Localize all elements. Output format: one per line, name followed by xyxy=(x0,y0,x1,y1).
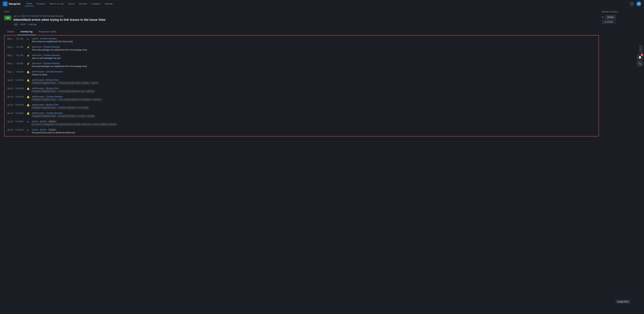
log-actors: system Christian Beaulieu xyxy=(32,38,596,40)
tab-responder-states[interactable]: Responder states xyxy=(36,28,60,35)
alert-title: Intermittent errors when trying to link … xyxy=(14,18,599,22)
actor-type: alertAction xyxy=(32,62,42,64)
nav-who-is-on-call[interactable]: Who is on-call xyxy=(48,2,66,6)
help-button[interactable]: ? xyxy=(630,2,634,6)
log-date: May 1 xyxy=(7,54,14,57)
actor-name[interactable]: Christian Beaulieu xyxy=(40,38,57,40)
log-content: system Christian Beaulieu Alert closed v… xyxy=(32,38,596,43)
log-actors: alertRecipient Michael Chen xyxy=(32,104,596,106)
log-content: system System System Sent [postToUrl] ac… xyxy=(32,128,596,134)
notes-badge: 3 xyxy=(641,54,643,56)
log-row: May 1 7:21 AM ⚡ alertAction Christian Be… xyxy=(4,53,598,61)
log-content: alertRecipient Michael Chen Rule[Add Not… xyxy=(32,87,596,93)
log-time: 5:19 PM xyxy=(16,104,24,106)
actor-type: system xyxy=(32,120,38,122)
log-row: May 1 7:21 AM ⚡ alertAction Christian Be… xyxy=(4,44,598,53)
actor-name[interactable]: System xyxy=(40,128,47,131)
log-time: 7:21 AM xyxy=(16,54,24,57)
log-actors: alertRecipient Christian Beaulieu xyxy=(32,70,596,73)
log-time: 7:21 AM xyxy=(16,38,24,40)
count-badge: x1 xyxy=(14,23,18,26)
nav-links: Alerts Incidents Who is on-call Teams Se… xyxy=(24,1,625,6)
actor-type: system xyxy=(32,38,38,40)
log-content: alertRecipient Christian Beaulieu Rule[A… xyxy=(32,96,596,101)
nav-teams[interactable]: Teams xyxy=(66,2,76,6)
actor-type: alertAction xyxy=(32,46,42,48)
notes-button[interactable]: 📋 3 xyxy=(637,54,642,60)
closed-badge: CLOSED xyxy=(602,20,616,24)
log-row: Apr 25 5:19 PM 🔔 alertRecipient Christia… xyxy=(4,111,598,119)
log-icon: 🔔 xyxy=(27,79,30,82)
actor-name[interactable]: Christian Beaulieu xyxy=(43,54,60,56)
alert-header: P5 Apr 21, 2024 7:27 PM (GMT-07:00) Chri… xyxy=(4,15,599,26)
nav-services[interactable]: Services xyxy=(77,2,89,6)
log-date: May 1 xyxy=(7,71,14,73)
log-date: Apr 25 xyxy=(7,96,14,98)
log-date: Apr 25 xyxy=(7,104,14,106)
avatar[interactable]: CB xyxy=(636,2,641,6)
nav-incidents[interactable]: Incidents xyxy=(35,2,47,6)
log-icon: ⚡ xyxy=(27,54,30,57)
log-row: Apr 25 5:19 PM ⊙ system System System Se… xyxy=(4,127,598,136)
actor-type: alertRecipient xyxy=(32,104,44,106)
actor-name[interactable]: System xyxy=(40,120,47,122)
log-message: Rule[Add Note][Add Note] -> [email] noti… xyxy=(32,115,596,118)
actor-name[interactable]: Michael Chen xyxy=(46,104,58,106)
activity-log-area: May 1 7:21 AM ⊙ system Christian Beaulie… xyxy=(4,36,598,136)
log-content: alertRecipient Michael Chen Rule[Add Not… xyxy=(32,104,596,109)
top-navigation: Opsgenie Alerts Incidents Who is on-call… xyxy=(0,0,644,8)
actor-name[interactable]: Michael Chen xyxy=(46,79,58,81)
log-row: May 1 7:21 AM ⊙ system Christian Beaulie… xyxy=(4,36,598,44)
actor-name[interactable]: Christian Beaulieu xyxy=(46,112,63,114)
nav-analytics[interactable]: Analytics xyxy=(90,2,102,6)
actor-type: alertRecipient xyxy=(32,112,44,114)
log-message: Alert closed via web[Default API-Close A… xyxy=(32,40,596,43)
collapse-button[interactable]: « xyxy=(639,45,642,53)
add-tag-button[interactable]: + Add tag xyxy=(28,23,36,26)
actor-name[interactable]: Christian Beaulieu xyxy=(46,70,63,73)
log-date: Apr 25 xyxy=(7,87,14,90)
log-actors: alertRecipient Michael Chen xyxy=(32,87,596,90)
nav-settings[interactable]: Settings xyxy=(103,2,114,6)
log-time: 7:20 AM xyxy=(16,62,24,65)
log-actors: alertAction Christian Beaulieu xyxy=(32,62,596,64)
tab-activity-log[interactable]: Activity log xyxy=(17,28,36,35)
activity-log-section: May 1 7:21 AM ⊙ system Christian Beaulie… xyxy=(4,35,599,136)
tab-details[interactable]: Details xyxy=(4,28,17,35)
log-message: Alert acknowledged via web[Default API-A… xyxy=(32,48,596,52)
log-row: Apr 25 5:19 PM 🔔 alertRecipient Michael … xyxy=(4,86,598,94)
actor-name[interactable]: Christian Beaulieu xyxy=(43,46,60,48)
log-icon: 🔔 xyxy=(27,71,30,74)
log-date: May 1 xyxy=(7,38,14,40)
log-time: 5:19 PM xyxy=(16,120,24,123)
logo[interactable]: Opsgenie xyxy=(3,2,20,6)
main-content: Alerts P5 Apr 21, 2024 7:27 PM (GMT-07:0… xyxy=(0,8,644,139)
actor-name[interactable]: Michael Chen xyxy=(46,87,58,90)
log-message: Viewed on [web] xyxy=(32,73,596,76)
log-message: Alert un-acknowledged via web xyxy=(32,57,596,60)
log-time: 5:19 PM xyxy=(16,87,24,90)
log-message: Sent [postToUrl] action to Webhook [Webh… xyxy=(32,131,596,134)
log-row: Apr 25 5:19 PM 🔔 alertRecipient Michael … xyxy=(4,78,598,86)
log-row: Apr 25 5:19 PM ⊙ system System System ji… xyxy=(4,119,598,127)
related-incident-header: Related Incident xyxy=(602,10,640,13)
delete-button[interactable]: Delete xyxy=(605,15,616,19)
attach-button[interactable]: 📎 xyxy=(637,61,642,66)
logo-text: Opsgenie xyxy=(9,2,20,5)
actor-type: alertRecipient xyxy=(32,79,44,81)
nav-alerts[interactable]: Alerts xyxy=(24,1,34,6)
actor-type: alertRecipient xyxy=(32,96,44,98)
actor-badge: System xyxy=(48,128,57,131)
refresh-icon[interactable]: ↻ xyxy=(602,16,604,18)
log-message: jira-service-management-cloud [Bi-direct… xyxy=(32,123,596,126)
log-time: 7:21 AM xyxy=(16,46,24,48)
actor-name[interactable]: Christian Beaulieu xyxy=(43,62,60,64)
log-actors: alertRecipient Christian Beaulieu xyxy=(32,112,596,114)
log-message: Rule[Add Note][Add Note] -> [email] noti… xyxy=(32,106,596,109)
actor-name[interactable]: Christian Beaulieu xyxy=(46,96,63,98)
log-actors: system System System xyxy=(32,128,596,131)
log-message: Alert acknowledged via web[Default API-A… xyxy=(32,65,596,68)
log-icon: ⚡ xyxy=(27,46,30,49)
log-time: 5:19 PM xyxy=(16,129,24,131)
log-icon: ⊙ xyxy=(27,120,30,123)
